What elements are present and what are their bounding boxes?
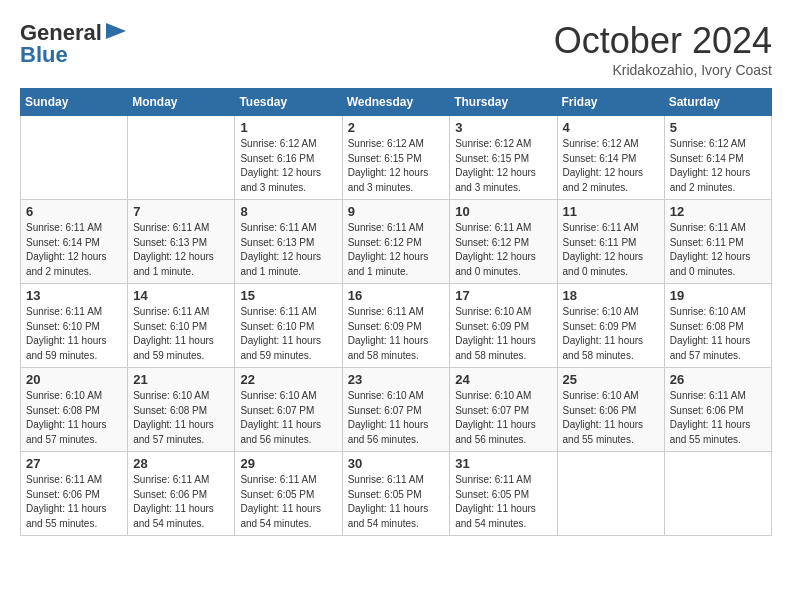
day-header-friday: Friday (557, 89, 664, 116)
week-row-3: 13Sunrise: 6:11 AM Sunset: 6:10 PM Dayli… (21, 284, 772, 368)
day-number: 1 (240, 120, 336, 135)
calendar-cell (21, 116, 128, 200)
calendar-cell: 15Sunrise: 6:11 AM Sunset: 6:10 PM Dayli… (235, 284, 342, 368)
calendar-cell: 1Sunrise: 6:12 AM Sunset: 6:16 PM Daylig… (235, 116, 342, 200)
calendar-cell: 9Sunrise: 6:11 AM Sunset: 6:12 PM Daylig… (342, 200, 450, 284)
day-info: Sunrise: 6:12 AM Sunset: 6:15 PM Dayligh… (455, 137, 551, 195)
day-number: 28 (133, 456, 229, 471)
day-number: 9 (348, 204, 445, 219)
day-info: Sunrise: 6:11 AM Sunset: 6:14 PM Dayligh… (26, 221, 122, 279)
calendar-cell (128, 116, 235, 200)
day-info: Sunrise: 6:10 AM Sunset: 6:09 PM Dayligh… (455, 305, 551, 363)
day-info: Sunrise: 6:11 AM Sunset: 6:05 PM Dayligh… (240, 473, 336, 531)
day-header-wednesday: Wednesday (342, 89, 450, 116)
day-info: Sunrise: 6:11 AM Sunset: 6:11 PM Dayligh… (563, 221, 659, 279)
calendar-cell: 29Sunrise: 6:11 AM Sunset: 6:05 PM Dayli… (235, 452, 342, 536)
day-header-thursday: Thursday (450, 89, 557, 116)
calendar-cell: 13Sunrise: 6:11 AM Sunset: 6:10 PM Dayli… (21, 284, 128, 368)
header-row: SundayMondayTuesdayWednesdayThursdayFrid… (21, 89, 772, 116)
calendar-cell: 5Sunrise: 6:12 AM Sunset: 6:14 PM Daylig… (664, 116, 771, 200)
day-info: Sunrise: 6:11 AM Sunset: 6:10 PM Dayligh… (26, 305, 122, 363)
calendar-cell: 28Sunrise: 6:11 AM Sunset: 6:06 PM Dayli… (128, 452, 235, 536)
day-info: Sunrise: 6:11 AM Sunset: 6:05 PM Dayligh… (348, 473, 445, 531)
day-header-monday: Monday (128, 89, 235, 116)
logo-blue-text: Blue (20, 42, 68, 68)
calendar-cell: 4Sunrise: 6:12 AM Sunset: 6:14 PM Daylig… (557, 116, 664, 200)
day-info: Sunrise: 6:10 AM Sunset: 6:07 PM Dayligh… (240, 389, 336, 447)
day-number: 3 (455, 120, 551, 135)
calendar-cell: 27Sunrise: 6:11 AM Sunset: 6:06 PM Dayli… (21, 452, 128, 536)
day-header-saturday: Saturday (664, 89, 771, 116)
calendar-cell: 19Sunrise: 6:10 AM Sunset: 6:08 PM Dayli… (664, 284, 771, 368)
calendar-cell: 23Sunrise: 6:10 AM Sunset: 6:07 PM Dayli… (342, 368, 450, 452)
day-number: 2 (348, 120, 445, 135)
day-number: 4 (563, 120, 659, 135)
calendar-cell: 10Sunrise: 6:11 AM Sunset: 6:12 PM Dayli… (450, 200, 557, 284)
calendar-table: SundayMondayTuesdayWednesdayThursdayFrid… (20, 88, 772, 536)
calendar-cell: 31Sunrise: 6:11 AM Sunset: 6:05 PM Dayli… (450, 452, 557, 536)
day-info: Sunrise: 6:11 AM Sunset: 6:13 PM Dayligh… (133, 221, 229, 279)
month-title: October 2024 (554, 20, 772, 62)
day-number: 18 (563, 288, 659, 303)
day-info: Sunrise: 6:11 AM Sunset: 6:06 PM Dayligh… (133, 473, 229, 531)
calendar-cell: 7Sunrise: 6:11 AM Sunset: 6:13 PM Daylig… (128, 200, 235, 284)
day-number: 19 (670, 288, 766, 303)
page-header: General Blue October 2024 Kridakozahio, … (20, 20, 772, 78)
day-number: 17 (455, 288, 551, 303)
day-info: Sunrise: 6:10 AM Sunset: 6:06 PM Dayligh… (563, 389, 659, 447)
day-info: Sunrise: 6:12 AM Sunset: 6:16 PM Dayligh… (240, 137, 336, 195)
week-row-5: 27Sunrise: 6:11 AM Sunset: 6:06 PM Dayli… (21, 452, 772, 536)
day-info: Sunrise: 6:10 AM Sunset: 6:09 PM Dayligh… (563, 305, 659, 363)
week-row-1: 1Sunrise: 6:12 AM Sunset: 6:16 PM Daylig… (21, 116, 772, 200)
week-row-2: 6Sunrise: 6:11 AM Sunset: 6:14 PM Daylig… (21, 200, 772, 284)
calendar-cell: 2Sunrise: 6:12 AM Sunset: 6:15 PM Daylig… (342, 116, 450, 200)
day-info: Sunrise: 6:11 AM Sunset: 6:10 PM Dayligh… (240, 305, 336, 363)
day-number: 27 (26, 456, 122, 471)
day-header-sunday: Sunday (21, 89, 128, 116)
calendar-cell: 3Sunrise: 6:12 AM Sunset: 6:15 PM Daylig… (450, 116, 557, 200)
calendar-cell: 16Sunrise: 6:11 AM Sunset: 6:09 PM Dayli… (342, 284, 450, 368)
day-number: 21 (133, 372, 229, 387)
day-info: Sunrise: 6:11 AM Sunset: 6:12 PM Dayligh… (348, 221, 445, 279)
day-number: 10 (455, 204, 551, 219)
week-row-4: 20Sunrise: 6:10 AM Sunset: 6:08 PM Dayli… (21, 368, 772, 452)
day-number: 16 (348, 288, 445, 303)
day-number: 8 (240, 204, 336, 219)
day-number: 20 (26, 372, 122, 387)
location-text: Kridakozahio, Ivory Coast (554, 62, 772, 78)
day-info: Sunrise: 6:11 AM Sunset: 6:10 PM Dayligh… (133, 305, 229, 363)
day-number: 7 (133, 204, 229, 219)
day-info: Sunrise: 6:11 AM Sunset: 6:09 PM Dayligh… (348, 305, 445, 363)
day-header-tuesday: Tuesday (235, 89, 342, 116)
calendar-cell: 8Sunrise: 6:11 AM Sunset: 6:13 PM Daylig… (235, 200, 342, 284)
calendar-cell: 26Sunrise: 6:11 AM Sunset: 6:06 PM Dayli… (664, 368, 771, 452)
day-info: Sunrise: 6:11 AM Sunset: 6:05 PM Dayligh… (455, 473, 551, 531)
day-info: Sunrise: 6:10 AM Sunset: 6:07 PM Dayligh… (455, 389, 551, 447)
day-number: 29 (240, 456, 336, 471)
title-block: October 2024 Kridakozahio, Ivory Coast (554, 20, 772, 78)
day-number: 24 (455, 372, 551, 387)
day-number: 11 (563, 204, 659, 219)
logo-flag-icon (104, 23, 126, 39)
day-number: 6 (26, 204, 122, 219)
day-info: Sunrise: 6:11 AM Sunset: 6:06 PM Dayligh… (670, 389, 766, 447)
day-number: 5 (670, 120, 766, 135)
day-info: Sunrise: 6:10 AM Sunset: 6:07 PM Dayligh… (348, 389, 445, 447)
day-info: Sunrise: 6:11 AM Sunset: 6:06 PM Dayligh… (26, 473, 122, 531)
calendar-cell: 21Sunrise: 6:10 AM Sunset: 6:08 PM Dayli… (128, 368, 235, 452)
day-number: 26 (670, 372, 766, 387)
day-number: 23 (348, 372, 445, 387)
calendar-cell: 17Sunrise: 6:10 AM Sunset: 6:09 PM Dayli… (450, 284, 557, 368)
day-number: 15 (240, 288, 336, 303)
calendar-cell: 30Sunrise: 6:11 AM Sunset: 6:05 PM Dayli… (342, 452, 450, 536)
day-info: Sunrise: 6:12 AM Sunset: 6:14 PM Dayligh… (670, 137, 766, 195)
day-info: Sunrise: 6:10 AM Sunset: 6:08 PM Dayligh… (133, 389, 229, 447)
calendar-cell: 22Sunrise: 6:10 AM Sunset: 6:07 PM Dayli… (235, 368, 342, 452)
day-info: Sunrise: 6:11 AM Sunset: 6:11 PM Dayligh… (670, 221, 766, 279)
calendar-cell: 12Sunrise: 6:11 AM Sunset: 6:11 PM Dayli… (664, 200, 771, 284)
day-info: Sunrise: 6:12 AM Sunset: 6:15 PM Dayligh… (348, 137, 445, 195)
calendar-header: SundayMondayTuesdayWednesdayThursdayFrid… (21, 89, 772, 116)
day-number: 12 (670, 204, 766, 219)
calendar-cell: 6Sunrise: 6:11 AM Sunset: 6:14 PM Daylig… (21, 200, 128, 284)
calendar-cell: 24Sunrise: 6:10 AM Sunset: 6:07 PM Dayli… (450, 368, 557, 452)
